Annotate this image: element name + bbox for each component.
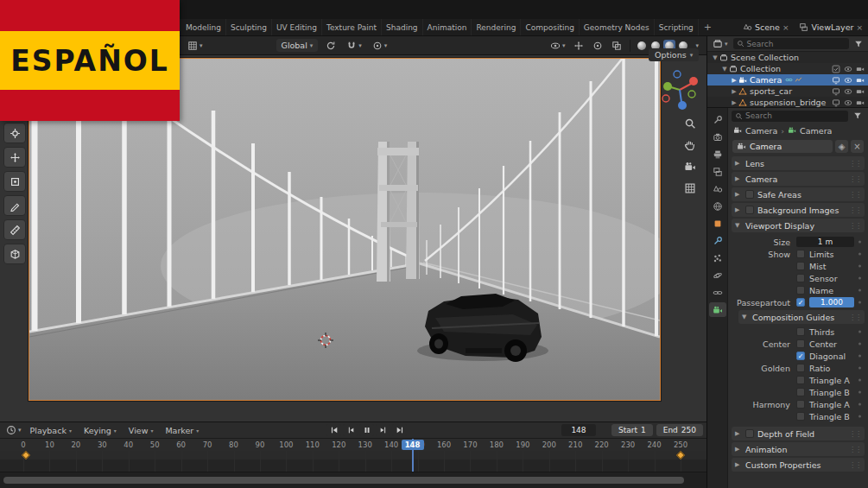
proportional-editing-icon[interactable]: ▾ [370, 39, 390, 53]
timeline-menu-keying[interactable]: Keying▾ [78, 426, 123, 435]
unlink-data-button[interactable]: × [851, 140, 864, 153]
shading-mode-wireframe-icon[interactable] [636, 40, 648, 52]
camera-toggle-icon[interactable] [856, 98, 865, 107]
pivot-point-icon[interactable] [323, 39, 339, 53]
cursor-tool-button[interactable] [3, 123, 26, 143]
sports-car[interactable] [425, 294, 542, 362]
outliner-editor-type-icon[interactable]: ▾ [710, 37, 731, 51]
drag-grip-icon[interactable]: ⋮⋮ [849, 446, 861, 453]
scene-unlink-icon[interactable]: × [782, 23, 789, 32]
workspace-tab-scripting[interactable]: Scripting [655, 19, 699, 35]
triangle-b-checkbox[interactable] [796, 412, 805, 421]
expand-arrow-icon[interactable]: ▶ [730, 99, 738, 106]
eye-toggle-icon[interactable] [844, 76, 852, 85]
outliner-item-suspension-bridge[interactable]: ▶suspension_bridge [707, 97, 868, 108]
properties-tab-modifiers[interactable] [709, 233, 726, 248]
breadcrumb-object[interactable]: Camera [745, 126, 777, 136]
next-keyframe-button[interactable] [376, 424, 390, 436]
workspace-tab-modeling[interactable]: Modeling [181, 19, 226, 35]
section-viewport-display[interactable]: ▼ Viewport Display ⋮⋮ [732, 219, 865, 232]
move-tool-button[interactable] [3, 147, 26, 168]
pan-hand-icon[interactable] [684, 139, 696, 151]
mode-dropdown[interactable]: ▾ [185, 39, 206, 53]
diagonal-checkbox[interactable] [796, 352, 805, 360]
tool-options-dropdown[interactable]: Options ▾ [649, 48, 699, 61]
drag-grip-icon[interactable]: ⋮⋮ [849, 160, 861, 168]
workspace-tab-texture-paint[interactable]: Texture Paint [322, 19, 382, 35]
outliner-item-camera[interactable]: ▶Camera [707, 74, 868, 86]
add-workspace-button[interactable]: + [699, 22, 717, 33]
show-object-types-dropdown[interactable]: ▾ [548, 39, 568, 53]
eye-toggle-icon[interactable] [844, 98, 852, 107]
timeline-scrollbar-thumb[interactable] [3, 477, 684, 484]
outliner-item-sports-car[interactable]: ▶sports_car [707, 86, 868, 97]
outliner-item-scene-collection[interactable]: ▼Scene Collection [707, 52, 868, 63]
mist-checkbox[interactable] [796, 262, 805, 270]
fake-user-shield-button[interactable]: ◈ [835, 140, 848, 153]
workspace-tab-rendering[interactable]: Rendering [472, 19, 521, 35]
xray-toggle-icon[interactable] [609, 39, 624, 53]
section-checkbox[interactable] [745, 429, 754, 438]
section-safe-areas[interactable]: ▶Safe Areas⋮⋮ [732, 187, 865, 201]
properties-tab-output[interactable] [709, 147, 726, 162]
outliner-item-collection[interactable]: ▼Collection [707, 63, 868, 74]
zoom-icon[interactable] [684, 117, 696, 130]
workspace-tab-uv-editing[interactable]: UV Editing [272, 19, 322, 35]
drag-grip-icon[interactable]: ⋮⋮ [849, 314, 861, 321]
measure-tool-button[interactable] [3, 219, 26, 240]
current-frame-field[interactable]: 148 [561, 424, 596, 436]
workspace-tab-sculpting[interactable]: Sculpting [226, 19, 272, 35]
playhead-frame-badge[interactable]: 148 [402, 440, 424, 450]
properties-tab-tool[interactable] [709, 112, 726, 127]
timeline-menu-view[interactable]: View▾ [123, 426, 160, 435]
triangle-b-checkbox[interactable] [796, 388, 805, 396]
section-composition-guides[interactable]: ▼ Composition Guides ⋮⋮ [738, 310, 865, 324]
workspace-tab-compositing[interactable]: Compositing [521, 19, 579, 35]
timeline-ruler[interactable]: 0102030405060708090100110120130140150160… [0, 439, 706, 451]
section-depth-of-field[interactable]: ▶Depth of Field⋮⋮ [732, 427, 865, 440]
jump-start-button[interactable] [326, 424, 341, 436]
filter-icon[interactable] [852, 38, 865, 50]
breadcrumb-data[interactable]: Camera [800, 126, 832, 136]
screen-toggle-icon[interactable] [832, 98, 840, 107]
timeline-tracks[interactable] [0, 451, 706, 472]
workspace-tab-animation[interactable]: Animation [423, 19, 472, 35]
timeline-menu-marker[interactable]: Marker▾ [159, 426, 205, 435]
axis-navigation-gizmo[interactable] [659, 67, 700, 112]
properties-tab-physics[interactable] [709, 268, 726, 282]
camera-toggle-icon[interactable] [856, 65, 865, 73]
passepartout-slider[interactable]: 1.000 [809, 297, 854, 307]
drag-grip-icon[interactable]: ⋮⋮ [849, 175, 861, 183]
camera-view-icon[interactable] [684, 161, 696, 173]
show-gizmo-icon[interactable] [571, 39, 586, 53]
properties-tab-view-layer[interactable] [709, 164, 726, 179]
frame-end-field[interactable]: End 250 [656, 424, 703, 436]
sensor-checkbox[interactable] [796, 274, 805, 282]
limits-checkbox[interactable] [796, 250, 805, 258]
viewlayer-unlink-icon[interactable]: × [856, 23, 863, 32]
passepartout-checkbox[interactable] [796, 298, 805, 307]
eye-toggle-icon[interactable] [844, 87, 852, 96]
timeline-menu-playback[interactable]: Playback▾ [24, 426, 78, 435]
properties-tab-world[interactable] [709, 199, 726, 213]
grid-ortho-icon[interactable] [684, 182, 696, 194]
size-field[interactable]: 1 m [796, 237, 854, 247]
section-checkbox[interactable] [745, 190, 754, 199]
expand-arrow-icon[interactable]: ▼ [720, 66, 729, 73]
expand-arrow-icon[interactable]: ▼ [711, 54, 719, 61]
viewlayer-selector[interactable]: ViewLayer × [799, 22, 863, 32]
properties-tab-render[interactable] [709, 130, 726, 144]
section-animation[interactable]: ▶Animation⋮⋮ [732, 442, 865, 456]
drag-grip-icon[interactable]: ⋮⋮ [849, 191, 861, 199]
workspace-tab-shading[interactable]: Shading [382, 19, 423, 35]
properties-tab-object[interactable] [709, 216, 726, 231]
expand-arrow-icon[interactable]: ▶ [730, 88, 738, 95]
outliner-search-input[interactable]: Search [733, 38, 849, 49]
show-overlays-icon[interactable] [590, 39, 605, 53]
snap-magnet-icon[interactable]: ▾ [344, 39, 364, 53]
pause-button[interactable] [359, 424, 374, 436]
prev-keyframe-button[interactable] [343, 424, 358, 436]
drag-grip-icon[interactable]: ⋮⋮ [849, 461, 861, 469]
camera-id-field[interactable]: Camera [732, 140, 833, 153]
annotate-tool-button[interactable] [3, 195, 26, 216]
